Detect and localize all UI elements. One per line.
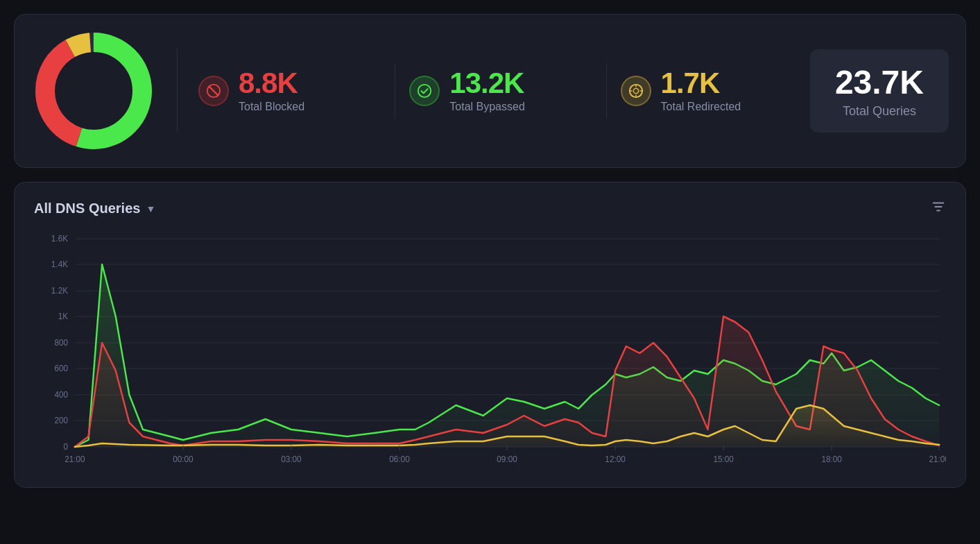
svg-text:0: 0	[64, 442, 69, 452]
redirected-value: 1.7K	[661, 69, 741, 98]
svg-text:18:00: 18:00	[821, 454, 842, 464]
svg-text:200: 200	[54, 416, 68, 425]
svg-text:09:00: 09:00	[497, 454, 517, 464]
svg-text:15:00: 15:00	[713, 454, 734, 464]
svg-text:06:00: 06:00	[389, 454, 410, 464]
blocked-icon	[198, 76, 229, 106]
svg-text:1K: 1K	[58, 312, 68, 321]
svg-text:800: 800	[54, 338, 68, 348]
sep-2	[606, 63, 607, 119]
stats-card: 8.8K Total Blocked 13.2K Total Bypassed	[14, 14, 966, 168]
total-queries: 23.7K Total Queries	[810, 49, 949, 133]
svg-text:21:00: 21:00	[65, 454, 85, 464]
svg-text:03:00: 03:00	[281, 454, 302, 464]
svg-text:400: 400	[54, 390, 68, 400]
chart-svg: 1.6K 1.4K 1.2K 1K 800 600 400 200 0 21:0…	[34, 232, 946, 468]
chart-area: 1.6K 1.4K 1.2K 1K 800 600 400 200 0 21:0…	[34, 232, 946, 470]
stats-items: 8.8K Total Blocked 13.2K Total Bypassed	[198, 49, 949, 133]
svg-text:12:00: 12:00	[605, 454, 626, 464]
redirected-stat: 1.7K Total Redirected	[621, 69, 803, 113]
chart-title: All DNS Queries ▼	[34, 201, 155, 216]
bypassed-icon	[409, 76, 440, 106]
svg-point-6	[418, 85, 431, 97]
bypassed-stat: 13.2K Total Bypassed	[409, 69, 592, 113]
svg-point-8	[633, 88, 638, 93]
svg-text:1.4K: 1.4K	[51, 260, 68, 269]
svg-text:600: 600	[54, 364, 68, 373]
svg-text:1.6K: 1.6K	[51, 234, 68, 244]
chart-filter-icon[interactable]	[931, 199, 946, 218]
svg-text:21:00: 21:00	[929, 454, 946, 464]
svg-text:00:00: 00:00	[173, 454, 194, 464]
redirected-icon	[621, 76, 651, 106]
blocked-label: Total Blocked	[239, 101, 304, 113]
donut-chart	[31, 28, 156, 153]
bypassed-stat-text: 13.2K Total Bypassed	[449, 69, 525, 113]
redirected-label: Total Redirected	[661, 101, 741, 113]
chart-header: All DNS Queries ▼	[34, 199, 946, 218]
sep-1	[395, 63, 395, 119]
total-value: 23.7K	[835, 63, 924, 101]
bypassed-label: Total Bypassed	[449, 101, 525, 113]
chart-dropdown-icon[interactable]: ▼	[146, 203, 155, 214]
blocked-stat: 8.8K Total Blocked	[198, 69, 381, 113]
chart-title-text: All DNS Queries	[34, 201, 140, 216]
chart-card: All DNS Queries ▼	[14, 182, 966, 488]
total-label: Total Queries	[835, 104, 924, 119]
blocked-value: 8.8K	[239, 69, 304, 98]
stats-divider	[177, 49, 178, 133]
svg-text:1.2K: 1.2K	[51, 286, 68, 296]
bypassed-value: 13.2K	[449, 69, 525, 98]
svg-line-5	[209, 87, 218, 96]
redirected-stat-text: 1.7K Total Redirected	[661, 69, 741, 113]
blocked-stat-text: 8.8K Total Blocked	[239, 69, 304, 113]
